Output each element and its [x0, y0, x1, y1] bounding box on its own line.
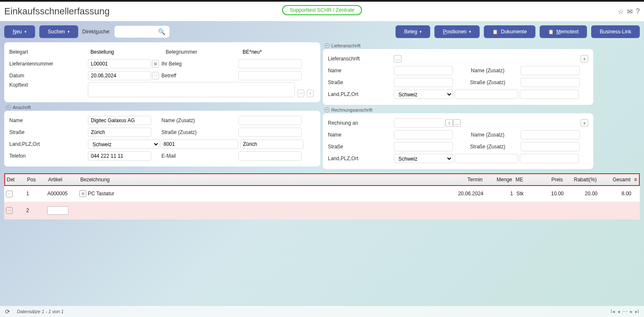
betreff-label: Betreff — [160, 73, 238, 79]
rechnungsanschrift-section-label[interactable]: − Rechnungsanschrift — [323, 107, 593, 113]
ihr-beleg-input[interactable] — [238, 59, 302, 68]
beleg-button[interactable]: Beleg▾ — [396, 25, 430, 38]
last-page-icon[interactable]: ▸I — [635, 309, 639, 314]
grid-row-editing[interactable]: ⋯ 2 — [4, 202, 640, 219]
grid-header: Det Pos Artikel Bezeichnung Termin Menge… — [4, 173, 640, 186]
collapse-icon[interactable]: − — [6, 105, 11, 110]
business-link-button[interactable]: Business-Link — [591, 25, 640, 38]
liefer-name-input[interactable] — [394, 66, 453, 75]
col-preis[interactable]: Preis — [531, 174, 565, 185]
datum-input[interactable] — [88, 71, 151, 80]
rechnung-an-input[interactable] — [394, 118, 445, 128]
email-input[interactable] — [238, 151, 302, 161]
strasse-label: Straße — [9, 129, 88, 135]
prev-page-icon[interactable]: ◂ — [617, 309, 620, 314]
land-select[interactable]: Schweiz — [88, 139, 160, 149]
rechnung-ort-input[interactable] — [520, 154, 579, 163]
anschrift-section-label[interactable]: − Anschrift — [4, 104, 320, 111]
star-icon[interactable]: ☆ — [618, 8, 624, 16]
col-me[interactable]: ME — [514, 174, 531, 185]
ort-input[interactable] — [240, 139, 303, 149]
search-input[interactable] — [119, 29, 158, 35]
footer: ⟳ Datensätze 1 - 1 von 1 I◂ ◂ ⋯ ▸ ▸I — [0, 306, 644, 317]
dokumente-button[interactable]: Dokumente — [484, 25, 535, 38]
cell-termin: 20.06.2024 — [443, 186, 485, 201]
strasse-input[interactable] — [88, 128, 151, 137]
liefer-plz-input[interactable] — [455, 90, 518, 99]
page-menu-icon[interactable]: ⋯ — [622, 309, 628, 314]
lieferantennummer-input[interactable] — [88, 59, 151, 68]
grid-row[interactable]: ⋯ 1 A000005 ⊞PC Tastatur 20.06.2024 1 St… — [4, 186, 640, 202]
col-pos[interactable]: Pos — [25, 174, 46, 185]
collapse-icon[interactable]: − — [325, 43, 330, 48]
strasse-zusatz-input[interactable] — [238, 128, 302, 137]
clear-icon[interactable]: x — [581, 55, 588, 63]
liefer-strasse-input[interactable] — [394, 78, 453, 87]
search-box[interactable]: 🔍 — [115, 26, 169, 38]
info-icon[interactable]: ! — [307, 90, 314, 97]
mail-icon[interactable]: ✉ — [627, 8, 633, 16]
col-bezeichnung[interactable]: Bezeichnung — [79, 174, 442, 185]
info-icon[interactable]: i — [445, 119, 453, 127]
row-detail-icon[interactable]: ⋯ — [6, 207, 13, 214]
anschrift-panel: Name Name (Zusatz) Straße Straße (Zusatz… — [4, 111, 320, 167]
cell-menge: 1 — [485, 186, 515, 201]
rechnung-strasse-zusatz-input[interactable] — [521, 142, 580, 151]
neu-button[interactable]: Neu▾ — [4, 25, 35, 38]
col-det[interactable]: Det — [5, 174, 25, 185]
col-artikel[interactable]: Artikel — [46, 174, 79, 185]
betreff-input[interactable] — [238, 71, 302, 80]
clipboard-icon — [492, 29, 498, 35]
name-zusatz-label: Name (Zusatz) — [453, 68, 521, 74]
expand-text-icon[interactable]: ⋯ — [297, 90, 304, 97]
next-page-icon[interactable]: ▸ — [630, 309, 633, 314]
name-input[interactable] — [88, 116, 151, 125]
collapse-icon[interactable]: − — [325, 107, 330, 112]
positionen-button[interactable]: Positionen▾ — [434, 25, 480, 38]
lookup-icon[interactable]: … — [453, 119, 461, 127]
liefer-strasse-zusatz-input[interactable] — [521, 78, 580, 87]
liefer-land-select[interactable]: Schweiz — [394, 90, 453, 99]
search-icon[interactable]: 🔍 — [158, 28, 165, 35]
rechnung-name-zusatz-input[interactable] — [521, 130, 580, 139]
doc-panel: Belegart Bestellung Belegnummer BE*neu* … — [4, 42, 320, 102]
lieferanschrift-label: Lieferanschrift — [328, 56, 394, 62]
lookup-icon[interactable]: ⊞ — [152, 60, 159, 68]
liefer-name-zusatz-input[interactable] — [521, 66, 580, 75]
refresh-icon[interactable]: ⟳ — [5, 308, 10, 315]
lookup-icon[interactable]: … — [394, 55, 401, 63]
kopftext-textarea[interactable] — [88, 82, 295, 97]
rechnung-plz-input[interactable] — [455, 154, 518, 163]
strasse-zusatz-label: Straße (Zusatz) — [453, 144, 521, 150]
rechnung-land-select[interactable]: Schweiz — [394, 154, 453, 163]
rechnung-name-input[interactable] — [394, 130, 453, 139]
col-rabatt[interactable]: Rabatt(%) — [565, 174, 598, 185]
name-zusatz-input[interactable] — [238, 116, 302, 125]
liefer-ort-input[interactable] — [520, 90, 579, 99]
plz-input[interactable] — [161, 139, 238, 149]
first-page-icon[interactable]: I◂ — [611, 309, 614, 314]
cell-bezeichnung: PC Tastatur — [88, 191, 114, 197]
col-termin[interactable]: Termin — [442, 174, 484, 185]
artikel-input[interactable] — [47, 206, 68, 215]
name-zusatz-label: Name (Zusatz) — [453, 132, 521, 138]
belegnummer-value: BE*neu* — [243, 49, 262, 55]
belegart-label: Belegart — [9, 49, 88, 55]
rechnung-an-label: Rechnung an — [328, 120, 394, 126]
col-menge[interactable]: Menge — [484, 174, 514, 185]
telefon-input[interactable] — [88, 151, 151, 161]
row-detail-icon[interactable]: ⋯ — [6, 191, 13, 197]
row-lookup-icon[interactable]: ⊞ — [79, 190, 86, 197]
col-gesamt[interactable]: Gesamt — [598, 174, 632, 185]
lieferanschrift-panel: Lieferanschrift … x Name Name (Zusatz) S… — [323, 49, 593, 105]
lieferanschrift-section-label[interactable]: − Lieferanschrift — [323, 42, 593, 49]
help-icon[interactable]: ? — [636, 8, 640, 16]
clear-icon[interactable]: x — [581, 119, 588, 127]
col-menu-icon[interactable]: ≡ — [632, 174, 639, 185]
suchen-button[interactable]: Suchen▾ — [39, 25, 78, 38]
lieferantennummer-label: Lieferantennummer — [9, 61, 88, 67]
rechnung-strasse-input[interactable] — [394, 142, 453, 151]
memotext-button[interactable]: Memotext — [540, 25, 587, 38]
belegart-value: Bestellung — [88, 49, 151, 55]
calendar-icon[interactable]: ⋯ — [152, 72, 159, 79]
